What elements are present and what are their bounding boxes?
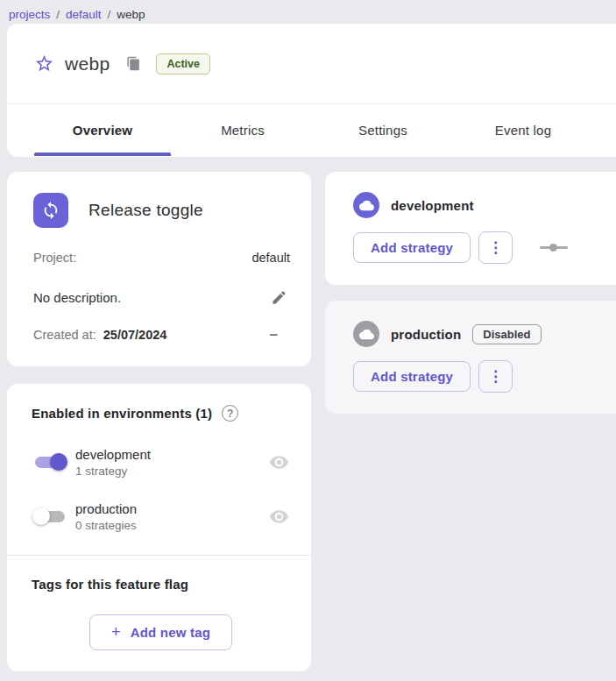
env-labels: production 0 strategies xyxy=(75,501,137,532)
feature-header-card: webp Active Overview Metrics Settings Ev… xyxy=(7,24,616,157)
created-row: Created at: 25/07/2024 – xyxy=(33,326,290,344)
breadcrumb-current: webp xyxy=(117,8,145,21)
description-row: No description. xyxy=(33,286,290,309)
breadcrumb-projects[interactable]: projects xyxy=(9,8,50,21)
environment-panel-production: production Disabled Add strategy ⋮ xyxy=(325,301,616,414)
env-strategy-count: 0 strategies xyxy=(75,519,137,532)
enabled-environments-section: Enabled in environments (1) ? developmen… xyxy=(7,384,311,555)
add-strategy-button[interactable]: Add strategy xyxy=(353,361,471,392)
breadcrumb: projects / default / webp xyxy=(0,0,616,24)
environment-name: production xyxy=(391,327,461,342)
tab-event-log[interactable]: Event log xyxy=(453,104,593,156)
feature-type-header: Release toggle xyxy=(33,193,290,228)
panel-header: production Disabled xyxy=(353,321,614,347)
tab-settings[interactable]: Settings xyxy=(313,104,453,156)
feature-type-title: Release toggle xyxy=(89,201,203,220)
edit-description-icon[interactable] xyxy=(267,286,290,309)
environment-toggle-handle[interactable] xyxy=(540,244,568,252)
breadcrumb-separator: / xyxy=(56,8,60,21)
page-title: webp xyxy=(65,53,110,74)
add-new-tag-button[interactable]: + Add new tag xyxy=(89,614,232,650)
env-row-production: production 0 strategies xyxy=(32,497,290,536)
created-info: Created at: 25/07/2024 xyxy=(33,328,166,342)
left-column: Release toggle Project: default No descr… xyxy=(7,172,311,671)
tab-overview[interactable]: Overview xyxy=(32,104,173,156)
project-label: Project: xyxy=(33,251,76,265)
env-labels: development 1 strategy xyxy=(75,447,151,478)
environment-panel-development: development Add strategy ⋮ xyxy=(325,172,616,285)
panel-header: development xyxy=(353,192,614,218)
kebab-menu-icon[interactable]: ⋮ xyxy=(478,360,513,393)
enabled-environments-title: Enabled in environments (1) xyxy=(32,406,212,421)
feature-tabs: Overview Metrics Settings Event log xyxy=(7,104,616,156)
tags-title: Tags for this feature flag xyxy=(32,577,290,592)
kebab-menu-icon[interactable]: ⋮ xyxy=(478,231,513,264)
plus-icon: + xyxy=(111,623,121,642)
panel-actions: Add strategy ⋮ xyxy=(353,360,614,393)
created-label: Created at: xyxy=(33,328,96,342)
development-toggle[interactable] xyxy=(32,452,68,472)
eye-icon[interactable] xyxy=(267,450,290,473)
env-name: development xyxy=(75,447,151,462)
help-icon[interactable]: ? xyxy=(222,405,238,422)
env-row-development: development 1 strategy xyxy=(32,443,290,481)
main-content: Release toggle Project: default No descr… xyxy=(7,172,616,671)
production-toggle[interactable] xyxy=(32,507,68,526)
env-strategy-count: 1 strategy xyxy=(75,465,151,478)
description-text: No description. xyxy=(33,290,121,305)
collapse-icon[interactable]: – xyxy=(270,326,278,344)
release-toggle-icon xyxy=(33,193,68,228)
environments-card: Enabled in environments (1) ? developmen… xyxy=(7,384,311,671)
project-row: Project: default xyxy=(33,251,290,265)
env-name: production xyxy=(75,501,137,516)
status-badge: Active xyxy=(156,53,210,74)
breadcrumb-default[interactable]: default xyxy=(66,8,102,21)
disabled-badge: Disabled xyxy=(472,324,541,344)
add-strategy-button[interactable]: Add strategy xyxy=(353,232,471,263)
right-column: development Add strategy ⋮ production Di… xyxy=(325,172,616,414)
feature-title-row: webp Active xyxy=(7,24,616,104)
project-value: default xyxy=(251,251,290,265)
cloud-environment-icon xyxy=(353,321,379,347)
enabled-environments-header: Enabled in environments (1) ? xyxy=(32,405,290,422)
copy-name-icon[interactable] xyxy=(124,55,142,73)
eye-icon[interactable] xyxy=(267,505,290,528)
favorite-star-icon[interactable] xyxy=(33,53,54,74)
add-new-tag-label: Add new tag xyxy=(131,625,210,640)
created-value: 25/07/2024 xyxy=(103,328,167,342)
cloud-environment-icon xyxy=(353,192,379,218)
tab-metrics[interactable]: Metrics xyxy=(173,104,313,156)
tags-section: Tags for this feature flag + Add new tag xyxy=(7,556,311,671)
environment-name: development xyxy=(391,198,474,213)
panel-actions: Add strategy ⋮ xyxy=(353,231,614,264)
breadcrumb-separator: / xyxy=(108,8,111,21)
feature-type-card: Release toggle Project: default No descr… xyxy=(7,172,311,366)
